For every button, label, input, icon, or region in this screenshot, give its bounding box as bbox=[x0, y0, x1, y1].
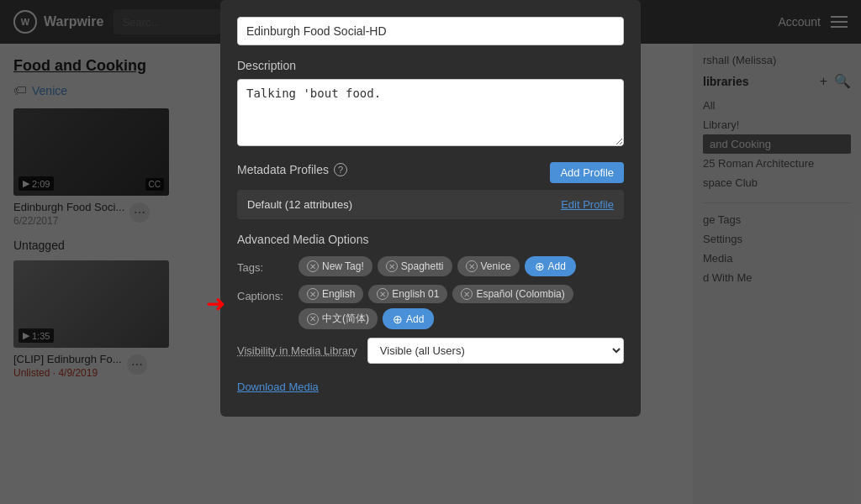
remove-venice[interactable]: ✕ bbox=[466, 260, 478, 272]
tags-area: ✕ New Tag! ✕ Spaghetti ✕ Venice ⊕ Add bbox=[298, 256, 624, 276]
caption-chip-chinese: ✕ 中文(简体) bbox=[298, 308, 378, 329]
description-label: Description bbox=[237, 59, 624, 72]
modal-overlay: Description Talking 'bout food. Metadata… bbox=[0, 0, 861, 504]
caption-chip-english: ✕ English bbox=[298, 285, 363, 303]
red-arrow: ➜ bbox=[206, 292, 225, 316]
help-icon[interactable]: ? bbox=[334, 163, 347, 176]
tags-row: Tags: ✕ New Tag! ✕ Spaghetti ✕ Venice ⊕ … bbox=[237, 256, 624, 276]
tag-chip-venice: ✕ Venice bbox=[457, 256, 520, 276]
plus-icon-captions: ⊕ bbox=[393, 312, 403, 326]
remove-chinese[interactable]: ✕ bbox=[307, 313, 319, 325]
visibility-label: Visibility in Media Library bbox=[237, 344, 357, 357]
add-caption-btn[interactable]: ⊕ Add bbox=[383, 308, 434, 329]
advanced-title: Advanced Media Options bbox=[237, 233, 624, 246]
description-textarea[interactable]: Talking 'bout food. bbox=[237, 79, 624, 146]
captions-area: ✕ English ✕ English 01 ✕ Español (Colomb… bbox=[298, 285, 624, 329]
add-tag-btn[interactable]: ⊕ Add bbox=[525, 256, 576, 276]
remove-english[interactable]: ✕ bbox=[307, 288, 319, 300]
remove-spaghetti[interactable]: ✕ bbox=[386, 260, 398, 272]
profiles-header: Metadata Profiles ? Add Profile bbox=[237, 162, 624, 183]
title-input[interactable] bbox=[237, 17, 624, 45]
tag-chip-newtag: ✕ New Tag! bbox=[298, 256, 372, 276]
caption-chip-english01: ✕ English 01 bbox=[368, 285, 447, 303]
remove-espanol[interactable]: ✕ bbox=[461, 288, 473, 300]
edit-profile-btn[interactable]: Edit Profile bbox=[561, 198, 614, 211]
remove-newtag[interactable]: ✕ bbox=[307, 260, 319, 272]
remove-english01[interactable]: ✕ bbox=[377, 288, 388, 300]
visibility-select[interactable]: Visible (all Users) Hidden Private bbox=[367, 338, 624, 364]
download-media-link[interactable]: Download Media bbox=[237, 374, 624, 400]
plus-icon: ⊕ bbox=[535, 260, 545, 273]
profile-row: Default (12 attributes) Edit Profile bbox=[237, 190, 624, 219]
tags-label: Tags: bbox=[237, 256, 292, 274]
tag-chip-spaghetti: ✕ Spaghetti bbox=[378, 256, 452, 276]
modal: Description Talking 'bout food. Metadata… bbox=[220, 0, 641, 417]
profiles-section: Metadata Profiles ? Add Profile Default … bbox=[237, 162, 624, 219]
caption-chip-espanol: ✕ Español (Colombia) bbox=[452, 285, 573, 303]
metadata-label: Metadata Profiles ? bbox=[237, 163, 347, 176]
visibility-row: Visibility in Media Library Visible (all… bbox=[237, 338, 624, 364]
captions-label: Captions: bbox=[237, 285, 292, 302]
profile-name: Default (12 attributes) bbox=[247, 198, 352, 211]
captions-row: Captions: ✕ English ✕ English 01 ✕ Españ… bbox=[237, 285, 624, 329]
add-profile-btn[interactable]: Add Profile bbox=[550, 162, 624, 183]
